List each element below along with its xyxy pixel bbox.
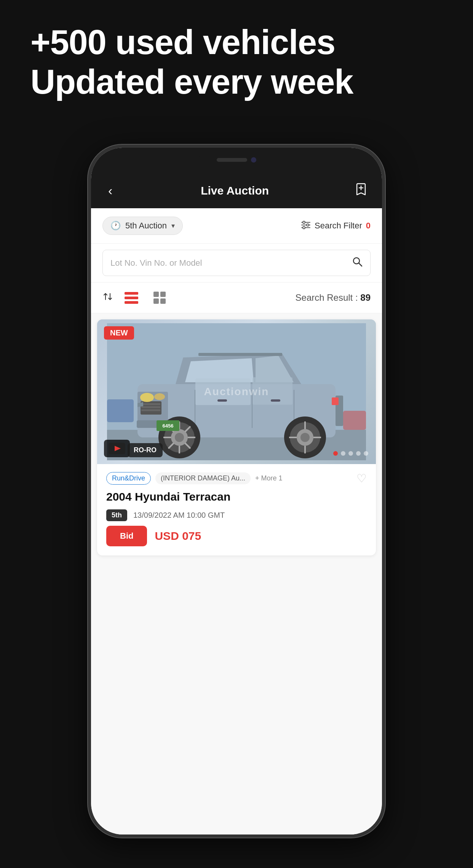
svg-rect-54: [198, 353, 282, 356]
auction-date: 13/09/2022 AM 10:00 GMT: [133, 511, 225, 520]
search-result-count: 89: [360, 292, 371, 303]
more-tag: + More 1: [255, 474, 283, 482]
car-tags: Run&Drive (INTERIOR DAMAGE) Au... + More…: [106, 472, 367, 485]
svg-rect-18: [141, 406, 160, 408]
search-result: Search Result : 89: [296, 292, 371, 303]
svg-point-20: [140, 393, 154, 402]
dot-3: [348, 451, 353, 456]
search-result-label: Search Result :: [296, 292, 358, 303]
speaker: [217, 158, 247, 162]
svg-line-9: [359, 263, 362, 266]
hero-section: +500 used vehicles Updated every week: [30, 23, 443, 102]
damage-tag: (INTERIOR DAMAGE) Au...: [155, 472, 251, 484]
dot-2: [341, 451, 345, 456]
search-icon: [352, 256, 363, 270]
dot-5: [364, 451, 368, 456]
filter-bar: 🕐 5th Auction ▾: [91, 208, 382, 244]
content-area: 🕐 5th Auction ▾: [91, 208, 382, 834]
roro-badge: RO-RO: [128, 443, 163, 457]
car-image: 6456 Auctionwin: [97, 319, 376, 464]
bookmark-button[interactable]: [355, 183, 367, 198]
svg-rect-24: [332, 397, 339, 405]
back-button[interactable]: ‹: [106, 181, 114, 200]
svg-rect-17: [141, 403, 160, 405]
dot-1: [333, 451, 338, 456]
car-photo: 6456 Auctionwin: [97, 319, 376, 464]
search-placeholder: Lot No. Vin No. or Model: [110, 258, 202, 268]
app-header: ‹ Live Auction: [91, 174, 382, 208]
search-filter-button[interactable]: Search Filter 0: [301, 220, 371, 232]
grid-view-button[interactable]: [150, 289, 169, 306]
list-view-button[interactable]: [121, 290, 142, 306]
dropdown-arrow-icon: ▾: [171, 222, 175, 230]
search-input-wrap[interactable]: Lot No. Vin No. or Model: [102, 250, 371, 276]
svg-rect-19: [141, 409, 160, 411]
search-filter-label: Search Filter: [315, 221, 362, 231]
phone-notch: [198, 155, 275, 165]
phone-screen: ‹ Live Auction 🕐 5th Auction ▾: [91, 148, 382, 834]
video-badge[interactable]: [104, 440, 130, 457]
camera: [251, 157, 256, 163]
favorite-button[interactable]: ♡: [356, 472, 367, 485]
hero-title: +500 used vehicles Updated every week: [30, 23, 443, 102]
price-value: USD 075: [155, 530, 201, 542]
dot-4: [356, 451, 361, 456]
svg-point-6: [307, 224, 309, 226]
svg-point-39: [300, 433, 310, 442]
svg-rect-25: [195, 390, 195, 428]
svg-point-7: [303, 227, 305, 229]
list-view-icon: [125, 292, 138, 304]
auction-info: 5th 13/09/2022 AM 10:00 GMT: [106, 509, 367, 521]
svg-rect-30: [217, 399, 227, 402]
hero-line2: Updated every week: [30, 63, 353, 101]
car-name: 2004 Hyundai Terracan: [106, 490, 367, 503]
condition-tag: Run&Drive: [106, 472, 151, 485]
watermark: Auctionwin: [204, 386, 269, 398]
new-badge: NEW: [104, 326, 134, 340]
view-controls: Search Result : 89: [91, 282, 382, 313]
svg-text:6456: 6456: [163, 423, 174, 429]
svg-point-35: [175, 433, 184, 442]
clock-icon: 🕐: [110, 221, 121, 231]
grid-view-icon: [153, 292, 166, 304]
auction-number: 5th: [106, 509, 127, 521]
auction-label: 5th Auction: [125, 221, 167, 231]
svg-point-21: [154, 393, 165, 400]
price-row: Bid USD 075: [106, 526, 367, 546]
svg-rect-55: [107, 399, 134, 422]
svg-rect-31: [271, 399, 280, 402]
svg-point-5: [303, 221, 305, 223]
car-listing-card[interactable]: 6456 Auctionwin: [97, 319, 376, 555]
auction-selector[interactable]: 🕐 5th Auction ▾: [102, 217, 183, 235]
filter-icon: [301, 220, 311, 232]
svg-rect-56: [343, 411, 366, 430]
phone-frame: ‹ Live Auction 🕐 5th Auction ▾: [88, 145, 385, 838]
image-dots: [333, 451, 368, 456]
sort-icon[interactable]: [102, 291, 113, 305]
filter-count-badge: 0: [366, 221, 371, 231]
car-info: Run&Drive (INTERIOR DAMAGE) Au... + More…: [97, 464, 376, 555]
hero-line1: +500 used vehicles: [30, 23, 335, 61]
search-bar: Lot No. Vin No. or Model: [91, 244, 382, 282]
header-title: Live Auction: [201, 184, 269, 197]
bid-button[interactable]: Bid: [106, 526, 147, 546]
